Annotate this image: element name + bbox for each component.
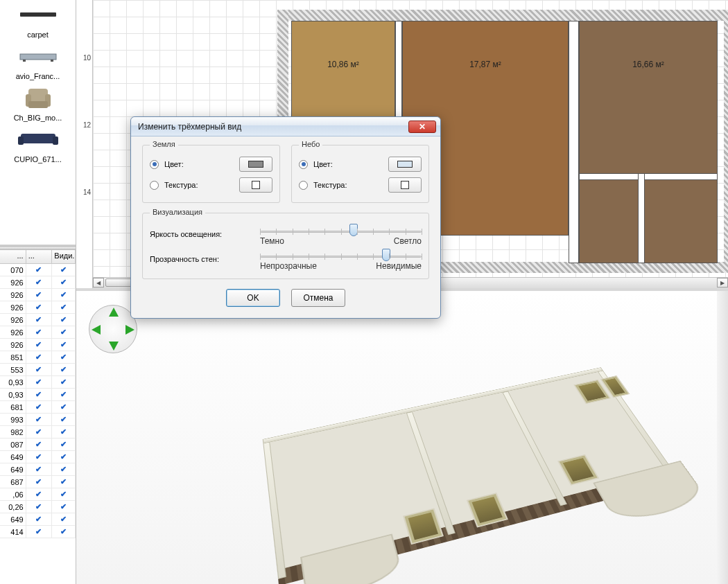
ground-color-button[interactable] <box>239 157 272 172</box>
cell-check[interactable]: ✔ <box>52 314 76 326</box>
interior-wall[interactable] <box>569 21 579 263</box>
cell-check[interactable]: ✔ <box>52 414 76 425</box>
col-3[interactable]: Види... <box>52 250 76 263</box>
table-row[interactable]: 993✔✔ <box>0 414 76 426</box>
catalog-item[interactable]: CUPIO_671... <box>0 152 76 166</box>
interior-wall[interactable] <box>579 173 718 180</box>
dialog-titlebar[interactable]: Изменить трёхмерный вид ✕ <box>131 117 440 136</box>
cell-check[interactable]: ✔ <box>26 501 53 513</box>
cell-check[interactable]: ✔ <box>52 463 76 475</box>
catalog-item[interactable] <box>0 83 76 111</box>
cell-check[interactable]: ✔ <box>52 513 76 525</box>
table-row[interactable]: 926✔✔ <box>0 339 76 351</box>
cell-check[interactable]: ✔ <box>26 526 53 538</box>
scroll-right-button[interactable]: ▶ <box>717 278 728 287</box>
catalog-item[interactable] <box>0 0 76 28</box>
nav-right-icon[interactable] <box>125 325 135 335</box>
catalog-item[interactable]: Ch_BIG_mo... <box>0 111 76 125</box>
cell-check[interactable]: ✔ <box>52 276 76 288</box>
cell-check[interactable]: ✔ <box>26 451 53 463</box>
scroll-left-button[interactable]: ◀ <box>93 278 104 287</box>
table-row[interactable]: 681✔✔ <box>0 401 76 414</box>
cell-check[interactable]: ✔ <box>26 488 53 500</box>
cell-check[interactable]: ✔ <box>26 351 53 363</box>
table-row[interactable]: 926✔✔ <box>0 301 76 314</box>
cell-check[interactable]: ✔ <box>52 339 76 351</box>
cell-check[interactable]: ✔ <box>26 301 53 313</box>
cell-check[interactable]: ✔ <box>26 264 53 276</box>
sky-texture-radio[interactable] <box>299 181 308 190</box>
table-row[interactable]: ,06✔✔ <box>0 488 76 501</box>
table-row[interactable]: 414✔✔ <box>0 526 76 538</box>
cell-check[interactable]: ✔ <box>26 276 53 288</box>
table-row[interactable]: 982✔✔ <box>0 426 76 439</box>
cell-check[interactable]: ✔ <box>52 401 76 413</box>
catalog-item[interactable] <box>0 125 76 152</box>
catalog-item[interactable]: avio_Franc... <box>0 69 76 83</box>
ground-texture-radio[interactable] <box>150 181 159 190</box>
catalog-item[interactable]: carpet <box>0 28 76 42</box>
table-row[interactable]: 553✔✔ <box>0 364 76 376</box>
table-row[interactable]: 926✔✔ <box>0 326 76 339</box>
table-row[interactable]: 0,26✔✔ <box>0 501 76 513</box>
cell-check[interactable]: ✔ <box>26 401 53 413</box>
ground-color-radio[interactable] <box>150 160 159 169</box>
cell-check[interactable]: ✔ <box>52 451 76 463</box>
cell-check[interactable]: ✔ <box>52 526 76 538</box>
table-body[interactable]: 070✔✔926✔✔926✔✔926✔✔926✔✔926✔✔926✔✔851✔✔… <box>0 264 76 584</box>
cell-check[interactable]: ✔ <box>26 289 53 301</box>
cell-check[interactable]: ✔ <box>52 476 76 488</box>
cell-check[interactable]: ✔ <box>26 314 53 326</box>
sky-color-button[interactable] <box>388 157 422 172</box>
cell-check[interactable]: ✔ <box>52 264 76 276</box>
table-row[interactable]: 851✔✔ <box>0 351 76 364</box>
catalog-item[interactable] <box>0 42 76 69</box>
wall[interactable] <box>724 10 728 273</box>
cell-check[interactable]: ✔ <box>52 326 76 338</box>
table-row[interactable]: 926✔✔ <box>0 289 76 301</box>
cell-check[interactable]: ✔ <box>52 439 76 450</box>
cell-check[interactable]: ✔ <box>26 426 53 438</box>
interior-wall[interactable] <box>638 173 645 263</box>
cell-check[interactable]: ✔ <box>52 501 76 513</box>
close-button[interactable]: ✕ <box>408 121 436 133</box>
table-row[interactable]: 0,93✔✔ <box>0 376 76 389</box>
view3d-v-scrollbar[interactable] <box>717 291 728 584</box>
cell-check[interactable]: ✔ <box>26 364 53 375</box>
sky-texture-button[interactable] <box>388 177 422 193</box>
cell-check[interactable]: ✔ <box>52 488 76 500</box>
table-row[interactable]: 926✔✔ <box>0 314 76 326</box>
col-1[interactable]: ... <box>0 250 26 263</box>
cell-check[interactable]: ✔ <box>26 439 53 450</box>
view-3d[interactable] <box>76 291 728 584</box>
table-row[interactable]: 649✔✔ <box>0 451 76 463</box>
cell-check[interactable]: ✔ <box>26 376 53 388</box>
cell-check[interactable]: ✔ <box>26 389 53 400</box>
table-row[interactable]: 087✔✔ <box>0 439 76 451</box>
ground-texture-button[interactable] <box>239 177 272 193</box>
cell-check[interactable]: ✔ <box>52 351 76 363</box>
furniture-catalog[interactable]: carpetavio_Franc...Ch_BIG_mo...CUPIO_671… <box>0 0 76 246</box>
cancel-button[interactable]: Отмена <box>291 289 345 307</box>
cell-check[interactable]: ✔ <box>26 414 53 425</box>
table-row[interactable]: 070✔✔ <box>0 264 76 276</box>
nav-left-icon[interactable] <box>92 325 101 335</box>
cell-check[interactable]: ✔ <box>52 389 76 400</box>
table-row[interactable]: 0,93✔✔ <box>0 389 76 401</box>
cell-check[interactable]: ✔ <box>52 289 76 301</box>
nav-down-icon[interactable] <box>109 342 119 351</box>
cell-check[interactable]: ✔ <box>52 426 76 438</box>
ok-button[interactable]: OK <box>226 289 280 307</box>
cell-check[interactable]: ✔ <box>26 339 53 351</box>
col-2[interactable]: ... <box>26 250 53 263</box>
table-row[interactable]: 649✔✔ <box>0 513 76 526</box>
table-row[interactable]: 649✔✔ <box>0 463 76 476</box>
table-row[interactable]: 687✔✔ <box>0 476 76 488</box>
cell-check[interactable]: ✔ <box>52 364 76 375</box>
cell-check[interactable]: ✔ <box>26 476 53 488</box>
sky-color-radio[interactable] <box>299 160 308 169</box>
nav-up-icon[interactable] <box>109 308 119 317</box>
brightness-slider[interactable]: Темно Светло <box>260 224 422 245</box>
cell-check[interactable]: ✔ <box>52 301 76 313</box>
opacity-slider[interactable]: Непрозрачные Невидимые <box>260 249 422 269</box>
